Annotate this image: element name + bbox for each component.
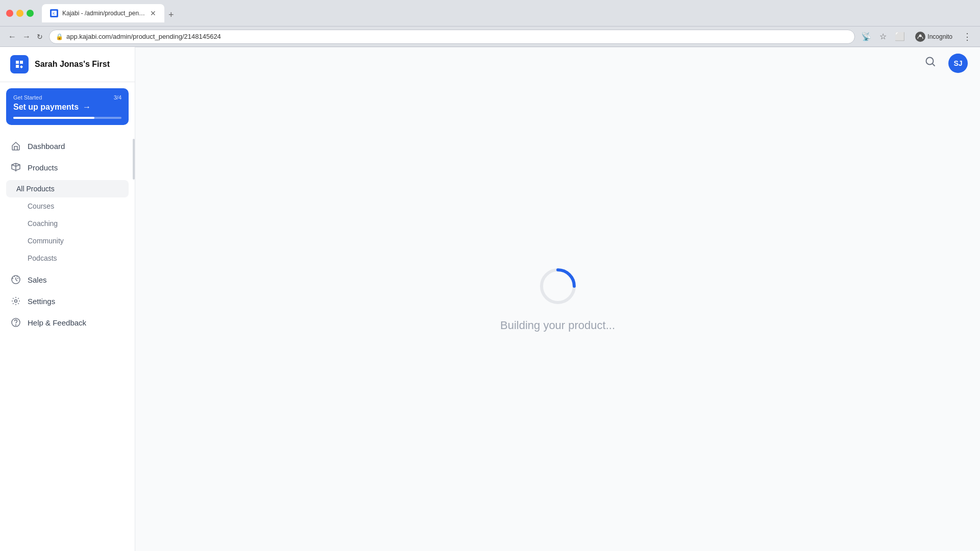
submenu-community[interactable]: Community <box>0 232 135 249</box>
browser-tab[interactable]: K Kajabi - /admin/product_pendin... ✕ <box>42 4 164 22</box>
products-label: Products <box>28 163 58 172</box>
svg-point-6 <box>926 58 934 65</box>
lock-icon: 🔒 <box>56 33 63 40</box>
incognito-button[interactable]: Incognito <box>911 30 957 44</box>
browser-min-btn[interactable] <box>16 10 23 17</box>
get-started-progress-fill <box>13 117 94 119</box>
submenu-coaching[interactable]: Coaching <box>0 215 135 232</box>
scroll-thumb <box>133 139 135 180</box>
search-button[interactable] <box>921 52 940 74</box>
settings-icon <box>10 295 21 307</box>
get-started-progress-bar <box>13 117 121 119</box>
address-bar[interactable]: 🔒 app.kajabi.com/admin/product_pending/2… <box>49 30 855 44</box>
svg-point-5 <box>16 325 16 325</box>
sidebar-item-sales[interactable]: Sales <box>0 269 135 290</box>
products-submenu: All Products Courses Coaching Community … <box>0 178 135 269</box>
cast-icon[interactable]: 📡 <box>859 30 873 43</box>
help-label: Help & Feedback <box>28 318 86 327</box>
url-text: app.kajabi.com/admin/product_pending/214… <box>66 33 221 40</box>
settings-label: Settings <box>28 297 55 306</box>
loading-spinner <box>537 266 578 307</box>
sidebar-toggle-btn[interactable]: ⬜ <box>893 30 907 43</box>
help-icon <box>10 317 21 328</box>
top-bar: SJ <box>909 47 980 80</box>
bookmark-icon[interactable]: ☆ <box>877 30 889 43</box>
sidebar-item-dashboard[interactable]: Dashboard <box>0 135 135 157</box>
get-started-count: 3/4 <box>114 94 121 101</box>
arrow-icon: → <box>83 103 91 112</box>
more-options-button[interactable]: ⋮ <box>961 29 974 44</box>
svg-point-3 <box>15 300 17 303</box>
sidebar-scrollbar[interactable] <box>133 129 135 384</box>
products-icon <box>10 162 21 173</box>
get-started-banner[interactable]: Get Started 3/4 Set up payments → <box>6 88 129 125</box>
get-started-title: Set up payments → <box>13 103 121 112</box>
submenu-all-products[interactable]: All Products <box>6 180 129 197</box>
sidebar-item-help[interactable]: Help & Feedback <box>0 312 135 333</box>
sidebar: Sarah Jonas's First Get Started 3/4 Set … <box>0 47 135 551</box>
loading-text: Building your product... <box>500 319 615 332</box>
app-name: Sarah Jonas's First <box>35 60 110 69</box>
incognito-icon <box>915 32 925 42</box>
tab-title: Kajabi - /admin/product_pendin... <box>62 10 146 17</box>
sidebar-item-products[interactable]: Products <box>0 157 135 178</box>
incognito-label: Incognito <box>927 33 952 40</box>
browser-max-btn[interactable] <box>27 10 34 17</box>
avatar[interactable]: SJ <box>948 54 968 73</box>
submenu-courses[interactable]: Courses <box>0 197 135 215</box>
app-header: Sarah Jonas's First <box>0 47 135 82</box>
refresh-button[interactable]: ↻ <box>35 30 45 43</box>
top-divider <box>135 47 980 47</box>
browser-close-btn[interactable] <box>6 10 13 17</box>
tab-favicon: K <box>50 9 58 17</box>
dashboard-label: Dashboard <box>28 142 65 151</box>
get-started-label: Get Started <box>13 94 42 101</box>
submenu-podcasts[interactable]: Podcasts <box>0 249 135 267</box>
sidebar-item-settings[interactable]: Settings <box>0 290 135 312</box>
sales-label: Sales <box>28 276 47 284</box>
tab-close-btn[interactable]: ✕ <box>150 9 156 17</box>
forward-button[interactable]: → <box>20 30 33 43</box>
back-button[interactable]: ← <box>6 30 18 43</box>
sales-icon <box>10 274 21 285</box>
home-icon <box>10 140 21 152</box>
loading-container: Building your product... <box>500 266 615 332</box>
app-logo <box>10 55 29 73</box>
svg-text:K: K <box>53 12 55 15</box>
main-content: SJ Building your product... <box>135 47 980 551</box>
new-tab-button[interactable]: + <box>164 8 178 22</box>
